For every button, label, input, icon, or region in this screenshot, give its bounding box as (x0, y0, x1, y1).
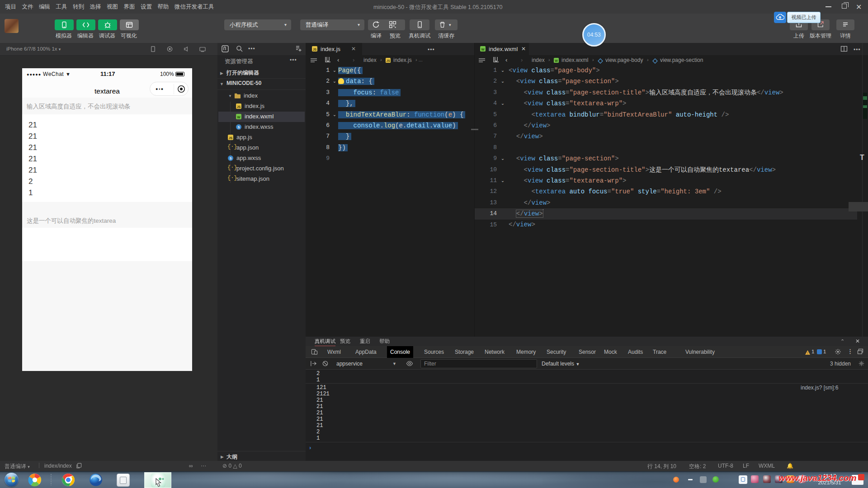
svg-text:JS: JS (229, 136, 233, 140)
svg-text:JS: JS (237, 105, 241, 108)
svg-text:JS: JS (387, 59, 391, 62)
svg-text:S: S (230, 157, 232, 160)
svg-text:S: S (238, 126, 240, 129)
svg-text:JS: JS (313, 48, 317, 51)
svg-text:W: W (555, 59, 558, 62)
svg-text:W: W (481, 47, 485, 52)
svg-text:!: ! (807, 352, 808, 355)
svg-text:W: W (237, 115, 241, 119)
